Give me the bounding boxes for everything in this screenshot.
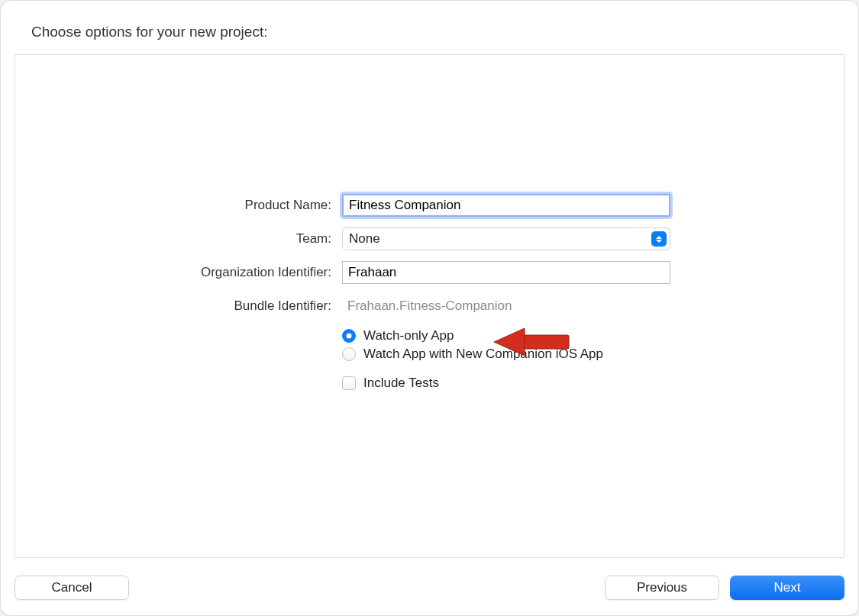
dialog-title: Choose options for your new project:	[31, 24, 844, 40]
previous-button[interactable]: Previous	[605, 576, 719, 600]
new-project-options-dialog: Choose options for your new project: Pro…	[0, 0, 859, 616]
product-name-input[interactable]	[342, 194, 670, 217]
bundle-identifier-label: Bundle Identifier:	[15, 298, 342, 314]
org-identifier-input[interactable]	[342, 261, 670, 284]
cancel-button[interactable]: Cancel	[15, 576, 129, 600]
radio-watch-with-companion-label: Watch App with New Companion iOS App	[363, 347, 603, 362]
next-button[interactable]: Next	[730, 576, 844, 600]
org-identifier-label: Organization Identifier:	[15, 265, 342, 280]
dialog-footer: Cancel Previous Next	[15, 576, 844, 600]
radio-watch-only[interactable]: Watch-only App	[342, 328, 670, 343]
include-tests-checkbox[interactable]: Include Tests	[342, 376, 670, 391]
radio-icon	[342, 329, 356, 343]
product-name-label: Product Name:	[15, 198, 342, 213]
radio-watch-with-companion[interactable]: Watch App with New Companion iOS App	[342, 347, 670, 362]
updown-chevron-icon	[651, 231, 667, 247]
form-panel: Product Name: Team: None	[15, 54, 844, 558]
team-select-value: None	[349, 231, 380, 247]
checkbox-icon	[342, 376, 356, 390]
bundle-identifier-value: Frahaan.Fitness-Companion	[342, 295, 670, 318]
radio-icon	[342, 347, 356, 361]
team-select[interactable]: None	[342, 227, 670, 250]
include-tests-label: Include Tests	[363, 376, 439, 391]
radio-watch-only-label: Watch-only App	[363, 328, 454, 343]
team-label: Team:	[15, 231, 342, 247]
